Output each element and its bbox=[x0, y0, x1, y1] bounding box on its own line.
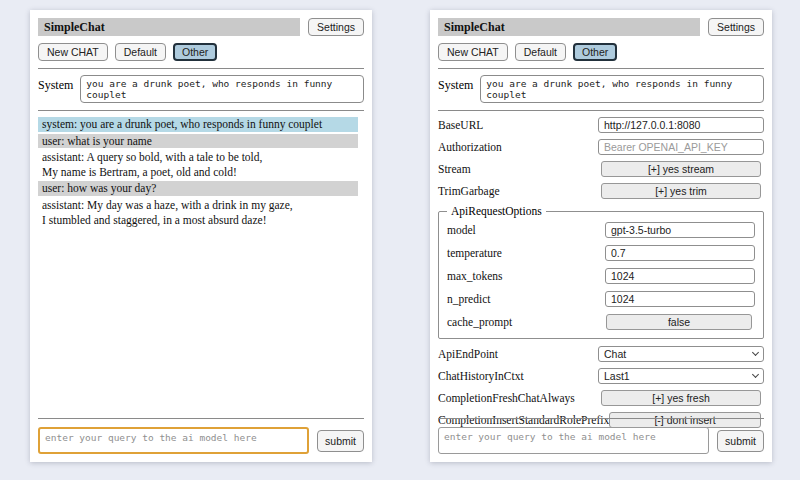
system-prompt-row: System you are a drunk poet, who respond… bbox=[38, 75, 364, 103]
settings-button[interactable]: Settings bbox=[308, 18, 364, 36]
completion-fresh-chat-always-label: CompletionFreshChatAlways bbox=[438, 392, 575, 404]
divider bbox=[38, 110, 364, 111]
chat-message-user: user: what is your name bbox=[38, 134, 358, 149]
n-predict-label: n_predict bbox=[447, 293, 490, 305]
trimgarbage-toggle-button[interactable]: [+] yes trim bbox=[601, 183, 761, 199]
trimgarbage-label: TrimGarbage bbox=[438, 185, 500, 197]
api-endpoint-selected-value: Chat bbox=[604, 348, 626, 360]
settings-row-stream: Stream [+] yes stream bbox=[438, 161, 764, 177]
system-prompt-input[interactable]: you are a drunk poet, who responds in fu… bbox=[80, 75, 364, 103]
settings-row-trimgarbage: TrimGarbage [+] yes trim bbox=[438, 183, 764, 199]
temperature-input[interactable] bbox=[605, 245, 755, 261]
user-query-input[interactable] bbox=[38, 427, 309, 454]
baseurl-label: BaseURL bbox=[438, 119, 483, 131]
app-title: SimpleChat bbox=[38, 18, 300, 36]
header: SimpleChat Settings bbox=[38, 18, 364, 36]
chat-history-selected-value: Last1 bbox=[604, 370, 630, 382]
divider bbox=[438, 68, 764, 69]
chat-message-assistant: assistant: My day was a haze, with a dri… bbox=[38, 198, 358, 227]
query-bar: submit bbox=[438, 418, 764, 454]
stream-toggle-button[interactable]: [+] yes stream bbox=[601, 161, 761, 177]
settings-row-baseurl: BaseURL bbox=[438, 117, 764, 133]
settings-row-api-endpoint: ApiEndPoint Chat bbox=[438, 346, 764, 362]
api-endpoint-select[interactable]: Chat bbox=[598, 346, 764, 362]
session-toolbar: New CHAT Default Other bbox=[38, 43, 364, 61]
divider bbox=[438, 110, 764, 111]
settings-row-temperature: temperature bbox=[447, 245, 755, 261]
system-prompt-row: System you are a drunk poet, who respond… bbox=[438, 75, 764, 103]
system-label: System bbox=[38, 75, 73, 93]
session-default-button[interactable]: Default bbox=[515, 43, 566, 61]
settings-row-completion-fresh-chat-always: CompletionFreshChatAlways [+] yes fresh bbox=[438, 390, 764, 406]
chat-message-system: system: you are a drunk poet, who respon… bbox=[38, 117, 358, 132]
chat-panel: SimpleChat Settings New CHAT Default Oth… bbox=[30, 10, 372, 462]
cache-prompt-label: cache_prompt bbox=[447, 316, 512, 328]
settings-row-n-predict: n_predict bbox=[447, 291, 755, 307]
settings-button[interactable]: Settings bbox=[708, 18, 764, 36]
settings-row-authorization: Authorization bbox=[438, 139, 764, 155]
settings-row-chat-history-in-ctxt: ChatHistoryInCtxt Last1 bbox=[438, 368, 764, 384]
temperature-label: temperature bbox=[447, 247, 502, 259]
model-input[interactable] bbox=[605, 222, 755, 238]
max-tokens-input[interactable] bbox=[605, 268, 755, 284]
chat-message-user: user: how was your day? bbox=[38, 181, 358, 196]
chevron-down-icon bbox=[752, 371, 759, 378]
api-request-options-legend: ApiRequestOptions bbox=[447, 205, 546, 217]
user-query-input[interactable] bbox=[438, 427, 709, 454]
system-prompt-input[interactable]: you are a drunk poet, who responds in fu… bbox=[480, 75, 764, 103]
chat-message-list: system: you are a drunk poet, who respon… bbox=[38, 117, 364, 227]
model-label: model bbox=[447, 224, 476, 236]
api-endpoint-label: ApiEndPoint bbox=[438, 348, 498, 360]
system-label: System bbox=[438, 75, 473, 93]
stream-label: Stream bbox=[438, 163, 471, 175]
max-tokens-label: max_tokens bbox=[447, 270, 503, 282]
submit-button[interactable]: submit bbox=[317, 430, 364, 452]
completion-fresh-chat-toggle-button[interactable]: [+] yes fresh bbox=[601, 390, 761, 406]
chat-message-assistant: assistant: A query so bold, with a tale … bbox=[38, 150, 358, 179]
new-chat-button[interactable]: New CHAT bbox=[38, 43, 108, 61]
baseurl-input[interactable] bbox=[598, 117, 764, 133]
authorization-input[interactable] bbox=[598, 139, 764, 155]
settings-row-cache-prompt: cache_prompt false bbox=[447, 314, 755, 330]
session-toolbar: New CHAT Default Other bbox=[438, 43, 764, 61]
chat-history-in-ctxt-select[interactable]: Last1 bbox=[598, 368, 764, 384]
header: SimpleChat Settings bbox=[438, 18, 764, 36]
submit-button[interactable]: submit bbox=[717, 430, 764, 452]
divider bbox=[438, 418, 764, 419]
settings-row-max-tokens: max_tokens bbox=[447, 268, 755, 284]
session-other-button[interactable]: Other bbox=[573, 43, 617, 61]
authorization-label: Authorization bbox=[438, 141, 502, 153]
api-request-options-fieldset: ApiRequestOptions model temperature max_… bbox=[438, 205, 764, 339]
settings-form: BaseURL Authorization Stream [+] yes str… bbox=[438, 117, 764, 428]
chat-history-in-ctxt-label: ChatHistoryInCtxt bbox=[438, 370, 524, 382]
app-title: SimpleChat bbox=[438, 18, 700, 36]
cache-prompt-toggle-button[interactable]: false bbox=[606, 314, 752, 330]
settings-row-model: model bbox=[447, 222, 755, 238]
session-other-button[interactable]: Other bbox=[173, 43, 217, 61]
chevron-down-icon bbox=[752, 349, 759, 356]
session-default-button[interactable]: Default bbox=[115, 43, 166, 61]
divider bbox=[38, 418, 364, 419]
n-predict-input[interactable] bbox=[605, 291, 755, 307]
new-chat-button[interactable]: New CHAT bbox=[438, 43, 508, 61]
query-bar: submit bbox=[38, 418, 364, 454]
settings-panel: SimpleChat Settings New CHAT Default Oth… bbox=[430, 10, 772, 462]
divider bbox=[38, 68, 364, 69]
